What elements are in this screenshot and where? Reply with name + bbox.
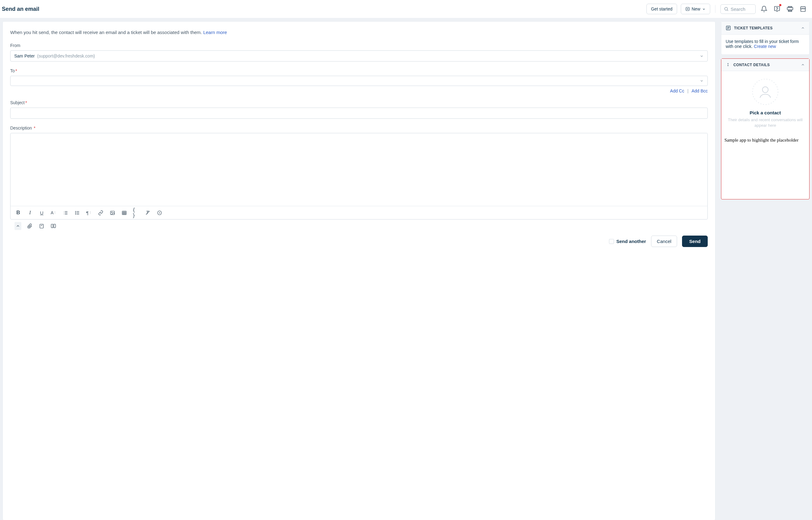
get-started-label: Get started xyxy=(651,6,672,11)
cc-bcc-row: Add Cc | Add Bcc xyxy=(10,88,708,94)
subject-field: Subject* xyxy=(10,100,708,119)
chevron-down-icon xyxy=(702,7,706,11)
search-input[interactable] xyxy=(731,6,752,12)
ordered-list-button[interactable] xyxy=(62,209,69,216)
code-button[interactable]: { } xyxy=(132,209,139,216)
pick-contact-subtitle: Their details and recent conversations w… xyxy=(722,117,808,128)
table-button[interactable] xyxy=(121,209,127,216)
intro-text: When you hit send, the contact will rece… xyxy=(10,30,708,35)
contact-details-header[interactable]: CONTACT DETAILS xyxy=(721,59,809,71)
description-field: Description * B I U A⋮ ¶⋮ xyxy=(10,126,708,230)
search-box[interactable] xyxy=(720,4,756,14)
intro-text-body: When you hit send, the contact will rece… xyxy=(10,30,203,35)
get-started-button[interactable]: Get started xyxy=(646,4,677,14)
ticket-templates-body: Use templates to fill in your ticket for… xyxy=(721,35,809,54)
paragraph-format-button[interactable]: ¶⋮ xyxy=(85,209,92,216)
from-select[interactable]: Sam Peter (support@dev.freshdesk.com) xyxy=(10,50,708,61)
from-email: (support@dev.freshdesk.com) xyxy=(37,53,95,58)
page-title: Send an email xyxy=(2,6,39,12)
cc-sep: | xyxy=(687,88,689,94)
unordered-list-button[interactable] xyxy=(74,209,80,216)
description-input[interactable] xyxy=(10,133,707,206)
svg-rect-24 xyxy=(122,211,126,214)
editor-sub-toolbar xyxy=(10,219,708,230)
from-label: From xyxy=(10,43,708,48)
svg-point-38 xyxy=(753,79,778,105)
italic-button[interactable]: I xyxy=(27,209,33,216)
create-template-link[interactable]: Create new xyxy=(754,44,776,49)
subject-input[interactable] xyxy=(10,108,708,119)
svg-line-4 xyxy=(727,10,728,11)
from-field: From Sam Peter (support@dev.freshdesk.co… xyxy=(10,43,708,61)
divider xyxy=(715,5,715,13)
svg-point-3 xyxy=(725,7,728,10)
form-footer: Send another Cancel Send xyxy=(10,230,708,252)
help-button[interactable] xyxy=(772,4,782,14)
notification-dot xyxy=(779,4,781,6)
subject-label: Subject* xyxy=(10,100,708,105)
text-color-button[interactable]: A⋮ xyxy=(50,209,57,216)
chevron-up-icon xyxy=(801,63,805,67)
bell-icon xyxy=(761,5,767,12)
knowledge-base-button[interactable] xyxy=(50,222,57,230)
send-another-label: Send another xyxy=(616,239,646,244)
sample-app-note: Sample app to highlight the placeholder xyxy=(721,133,809,199)
contact-details-title: CONTACT DETAILS xyxy=(733,63,770,67)
pick-contact-title: Pick a contact xyxy=(722,110,808,115)
send-another-toggle[interactable]: Send another xyxy=(609,239,646,244)
printer-icon xyxy=(787,5,793,12)
template-icon xyxy=(725,25,731,31)
new-button[interactable]: New xyxy=(681,4,710,14)
cancel-button[interactable]: Cancel xyxy=(651,236,678,247)
canned-response-button[interactable] xyxy=(38,222,45,230)
ticket-templates-panel: TICKET TEMPLATES Use templates to fill i… xyxy=(721,21,810,55)
rich-text-editor: B I U A⋮ ¶⋮ xyxy=(10,133,708,219)
compose-form: When you hit send, the contact will rece… xyxy=(2,21,715,520)
page-body: When you hit send, the contact will rece… xyxy=(0,18,812,520)
svg-point-23 xyxy=(112,212,112,213)
add-cc-link[interactable]: Add Cc xyxy=(670,88,684,94)
subject-label-text: Subject xyxy=(10,100,25,105)
printer-button[interactable] xyxy=(785,4,795,14)
send-button[interactable]: Send xyxy=(682,236,708,247)
required-mark: * xyxy=(34,126,35,130)
svg-point-39 xyxy=(762,87,768,93)
new-label: New xyxy=(692,6,700,11)
header-actions: Get started New xyxy=(646,4,808,14)
info-icon xyxy=(725,62,730,67)
editor-toolbar: B I U A⋮ ¶⋮ xyxy=(10,206,707,219)
required-mark: * xyxy=(25,100,27,105)
send-another-checkbox[interactable] xyxy=(609,239,614,244)
chevron-up-icon xyxy=(801,26,805,30)
notifications-button[interactable] xyxy=(759,4,769,14)
marketplace-button[interactable] xyxy=(798,4,808,14)
required-mark: * xyxy=(16,68,17,73)
underline-button[interactable]: U xyxy=(39,209,45,216)
bold-button[interactable]: B xyxy=(15,209,22,216)
chevron-down-icon xyxy=(700,79,704,83)
to-label: To* xyxy=(10,68,708,73)
svg-rect-32 xyxy=(40,224,43,228)
to-label-text: To xyxy=(10,68,15,73)
contact-empty-state: Pick a contact Their details and recent … xyxy=(721,71,809,133)
avatar-placeholder xyxy=(752,79,779,105)
svg-text:A: A xyxy=(158,211,160,214)
link-button[interactable] xyxy=(97,209,104,216)
ticket-templates-header[interactable]: TICKET TEMPLATES xyxy=(721,22,809,35)
help-icon xyxy=(773,5,781,12)
to-field: To* Add Cc | Add Bcc xyxy=(10,68,708,94)
chevron-down-icon xyxy=(700,54,704,58)
clear-format-button[interactable] xyxy=(144,209,151,216)
attachment-button[interactable] xyxy=(26,222,33,230)
right-sidebar: TICKET TEMPLATES Use templates to fill i… xyxy=(721,21,810,520)
add-bcc-link[interactable]: Add Bcc xyxy=(692,88,708,94)
app-header: Send an email Get started New xyxy=(0,0,812,18)
more-formatting-button[interactable]: A xyxy=(156,209,163,216)
expand-button[interactable] xyxy=(15,222,21,230)
ticket-templates-title: TICKET TEMPLATES xyxy=(734,26,773,30)
learn-more-link[interactable]: Learn more xyxy=(203,30,227,35)
description-label-text: Description xyxy=(10,126,32,130)
marketplace-icon xyxy=(799,5,807,12)
to-select[interactable] xyxy=(10,76,708,86)
image-button[interactable] xyxy=(109,209,116,216)
